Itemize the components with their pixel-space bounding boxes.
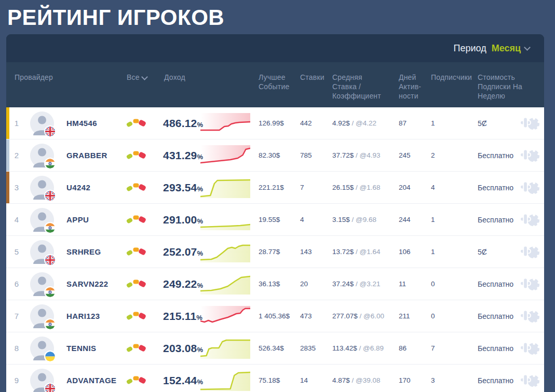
- subscription-cost: Бесплатно: [467, 151, 514, 160]
- table-row[interactable]: 8 TENNIS 203.08% 526.34$ 2835 113.42$ /: [6, 332, 544, 364]
- avg-stake-value: 37.24$ / @3.21: [324, 280, 389, 288]
- subscribe-button[interactable]: [519, 211, 541, 229]
- rating-panel: Период Месяц Провайдер Все Доход Лучшее …: [6, 34, 544, 107]
- gauge-icon: [120, 181, 153, 194]
- bets-count: 473: [293, 312, 324, 320]
- bets-count: 442: [293, 119, 324, 127]
- days-active: 245: [389, 151, 422, 159]
- gauge-icon: [120, 278, 153, 290]
- header-income: Доход: [153, 73, 251, 82]
- country-flag-icon: [44, 190, 56, 202]
- provider-name[interactable]: GRABBER: [62, 151, 120, 160]
- header-subscription-cost: Стоимость Подписки На Неделю: [467, 73, 544, 101]
- table-row[interactable]: 1 HM4546 486.12% 126.99$ 442 4.92$ / @4.: [6, 107, 544, 139]
- plus-coin-icon: [519, 179, 541, 197]
- income-sparkline: [198, 177, 251, 198]
- days-active: 211: [389, 312, 422, 320]
- subscription-cost: Бесплатно: [467, 344, 514, 353]
- table-row[interactable]: 6 SARVN222 249.22% 36.13$ 20 37.24$ / @3: [6, 268, 544, 300]
- bets-count: 143: [293, 248, 324, 256]
- gauge-icon: [120, 246, 153, 258]
- country-flag-icon: [44, 222, 56, 234]
- chevron-down-icon: [524, 44, 531, 51]
- income-percent: 291.00%: [153, 214, 198, 226]
- avg-stake-value: 113.42$ / @6.89: [324, 344, 389, 352]
- income-sparkline: [198, 338, 251, 359]
- provider-name[interactable]: TENNIS: [62, 344, 120, 353]
- bets-count: 785: [293, 151, 324, 159]
- income-percent: 252.07%: [153, 246, 198, 258]
- avatar: [30, 208, 54, 232]
- days-active: 87: [389, 119, 422, 127]
- provider-name[interactable]: ADVANTAGE: [62, 376, 120, 385]
- plus-coin-icon: [519, 372, 541, 389]
- avg-stake-value: 4.87$ / @39.08: [324, 376, 389, 384]
- country-flag-icon: [44, 254, 56, 266]
- bets-count: 2835: [293, 344, 324, 352]
- gauge-icon: [120, 214, 153, 226]
- table-row[interactable]: 7 HARI123 215.11% 1 405.36$ 473 277.07$: [6, 300, 544, 332]
- avatar: [30, 144, 54, 167]
- income-percent: 152.44%: [153, 374, 198, 387]
- days-active: 86: [389, 344, 422, 352]
- table-row[interactable]: 2 GRABBER 431.29% 82.30$ 785 37.72$ / @4: [6, 139, 544, 171]
- table-header: Провайдер Все Доход Лучшее Событие Ставк…: [6, 62, 544, 107]
- subscribe-button[interactable]: [519, 307, 541, 325]
- provider-name[interactable]: U4242: [62, 183, 120, 192]
- best-event-value: 82.30$: [251, 151, 293, 159]
- plus-coin-icon: [519, 211, 541, 229]
- rank-number: 1: [6, 119, 27, 128]
- period-selector[interactable]: Период Месяц: [6, 34, 544, 62]
- avg-stake-value: 4.92$ / @4.22: [324, 119, 389, 127]
- header-best-event: Лучшее Событие: [251, 73, 293, 91]
- header-subscribers: Подписчики: [422, 73, 467, 82]
- filter-dropdown[interactable]: Все: [120, 73, 153, 82]
- table-row[interactable]: 9 ADVANTAGE 152.44% 75.18$ 14 4.87$ / @3: [6, 364, 544, 392]
- table-row[interactable]: 3 U4242 293.54% 221.21$ 7 26.15$ / @1.68: [6, 171, 544, 203]
- income-sparkline: [198, 113, 251, 134]
- income-percent: 431.29%: [153, 149, 198, 162]
- subscribe-button[interactable]: [519, 179, 541, 197]
- subscribe-button[interactable]: [519, 275, 541, 293]
- header-provider: Провайдер: [6, 73, 120, 82]
- provider-name[interactable]: HM4546: [62, 119, 120, 128]
- subscribe-button[interactable]: [519, 115, 541, 132]
- avatar: [30, 272, 54, 296]
- table-row[interactable]: 4 APPU 291.00% 19.55$ 4 3.15$ / @9.68: [6, 203, 544, 235]
- provider-name[interactable]: HARI123: [62, 312, 120, 320]
- best-event-value: 221.21$: [251, 184, 293, 191]
- avg-stake-value: 13.72$ / @1.64: [324, 248, 389, 256]
- header-avg-stake: Средняя Ставка / Коэффициент: [324, 73, 389, 101]
- avg-stake-value: 37.72$ / @4.93: [324, 151, 389, 159]
- table-body: 1 HM4546 486.12% 126.99$ 442 4.92$ / @4.: [6, 107, 544, 392]
- subscribe-button[interactable]: [519, 340, 541, 357]
- table-row[interactable]: 5 SRHREG 252.07% 28.77$ 143 13.72$ / @1.: [6, 235, 544, 268]
- rank-number: 8: [6, 344, 27, 353]
- subscribe-button[interactable]: [519, 243, 541, 261]
- rank-number: 5: [6, 247, 27, 256]
- rank-number: 6: [6, 279, 27, 288]
- income-percent: 215.11%: [153, 310, 198, 323]
- provider-name[interactable]: SRHREG: [62, 247, 120, 256]
- provider-name[interactable]: APPU: [62, 215, 120, 224]
- avatar: [30, 240, 54, 264]
- best-event-value: 526.34$: [251, 344, 293, 352]
- subscription-cost: 5Ȼ: [467, 119, 514, 128]
- subscribe-button[interactable]: [519, 147, 541, 164]
- best-event-value: 36.13$: [251, 280, 293, 288]
- subscribe-button[interactable]: [519, 372, 541, 389]
- country-flag-icon: [44, 125, 56, 137]
- avatar: [30, 369, 54, 392]
- gauge-icon: [120, 149, 153, 162]
- days-active: 204: [389, 184, 422, 191]
- subscribers-count: 1: [422, 248, 467, 256]
- period-value[interactable]: Месяц: [492, 43, 521, 54]
- avatar: [30, 176, 54, 200]
- avatar: [30, 304, 54, 328]
- income-sparkline: [198, 370, 251, 391]
- period-label: Период: [454, 43, 486, 54]
- bets-count: 7: [293, 184, 324, 191]
- income-percent: 249.22%: [153, 278, 198, 290]
- income-sparkline: [198, 306, 251, 327]
- provider-name[interactable]: SARVN222: [62, 279, 120, 288]
